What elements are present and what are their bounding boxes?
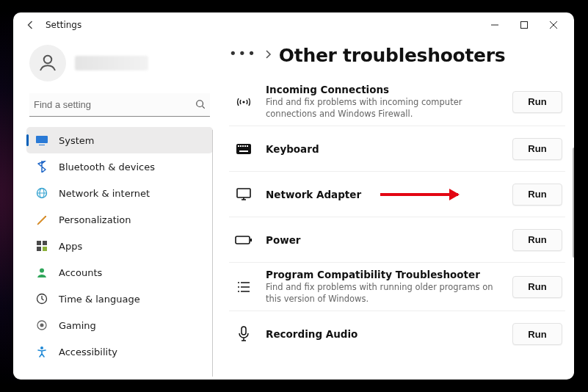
search-input[interactable] xyxy=(29,93,210,117)
svg-rect-25 xyxy=(236,236,250,244)
search-field-wrap xyxy=(29,93,210,117)
sidebar-item-label: System xyxy=(59,135,94,146)
sidebar-item-personalization[interactable]: Personalization xyxy=(26,206,213,233)
close-button[interactable] xyxy=(539,15,568,35)
accessibility-icon xyxy=(35,345,48,358)
svg-rect-23 xyxy=(239,150,248,152)
sidebar-item-network[interactable]: Network & internet xyxy=(26,180,213,206)
search-icon xyxy=(195,99,206,112)
globe-icon xyxy=(35,186,48,200)
troubleshooter-keyboard: Keyboard Run xyxy=(229,126,565,172)
nav-divider xyxy=(212,130,213,377)
breadcrumb: ••• Other troubleshooters xyxy=(229,45,565,66)
breadcrumb-overflow[interactable]: ••• xyxy=(229,47,257,65)
run-button[interactable]: Run xyxy=(512,184,562,206)
svg-point-15 xyxy=(40,346,43,349)
sidebar-item-label: Gaming xyxy=(59,320,96,331)
close-icon xyxy=(549,21,558,29)
sidebar-item-label: Apps xyxy=(59,241,82,252)
sidebar-item-bluetooth[interactable]: Bluetooth & devices xyxy=(26,153,213,180)
battery-icon xyxy=(233,230,254,250)
troubleshooter-list: Incoming Connections Find and fix proble… xyxy=(229,78,565,357)
svg-rect-24 xyxy=(237,189,250,197)
profile-block[interactable] xyxy=(26,40,213,93)
clock-icon xyxy=(35,292,48,305)
broadcast-icon xyxy=(233,92,254,112)
troubleshooter-network-adapter: Network Adapter Run xyxy=(229,172,565,217)
sidebar-item-accounts[interactable]: Accounts xyxy=(26,259,213,286)
titlebar: Settings xyxy=(13,12,574,37)
svg-rect-10 xyxy=(43,247,47,251)
svg-point-11 xyxy=(40,269,44,273)
run-button[interactable]: Run xyxy=(512,138,562,160)
troubleshooter-title: Program Compatibility Troubleshooter xyxy=(266,269,493,280)
svg-point-1 xyxy=(44,56,52,64)
person-icon xyxy=(37,52,59,74)
svg-rect-8 xyxy=(43,241,47,245)
monitor-icon xyxy=(233,184,254,205)
sidebar-item-apps[interactable]: Apps xyxy=(26,233,213,259)
troubleshooter-program-compatibility: Program Compatibility Troubleshooter Fin… xyxy=(229,263,565,311)
gaming-icon xyxy=(35,319,48,332)
bluetooth-icon xyxy=(35,160,48,173)
minimize-icon xyxy=(490,21,499,29)
sidebar-item-accessibility[interactable]: Accessibility xyxy=(26,338,213,365)
troubleshooter-incoming-connections: Incoming Connections Find and fix proble… xyxy=(229,78,565,126)
sidebar-item-label: Network & internet xyxy=(59,188,150,199)
page-title: Other troubleshooters xyxy=(279,45,506,66)
svg-point-2 xyxy=(197,101,203,107)
nav-list: System Bluetooth & devices Network & int… xyxy=(26,127,213,365)
svg-point-16 xyxy=(242,101,244,103)
sidebar-item-time[interactable]: Time & language xyxy=(26,286,213,312)
system-icon xyxy=(35,134,48,147)
troubleshooter-title: Incoming Connections xyxy=(266,84,493,95)
troubleshooter-recording-audio: Recording Audio Run xyxy=(229,311,565,357)
svg-rect-0 xyxy=(521,22,528,29)
troubleshooter-desc: Find and fix problems with running older… xyxy=(266,282,493,305)
nav-wrap: System Bluetooth & devices Network & int… xyxy=(26,127,213,380)
profile-name-redacted xyxy=(75,56,148,70)
arrow-left-icon xyxy=(25,19,37,31)
main-pane: ••• Other troubleshooters Incoming Conne… xyxy=(216,37,574,380)
sidebar-item-label: Personalization xyxy=(59,214,131,225)
keyboard-icon xyxy=(233,139,254,159)
sidebar: System Bluetooth & devices Network & int… xyxy=(13,37,216,380)
svg-rect-3 xyxy=(36,136,48,143)
run-button[interactable]: Run xyxy=(512,91,562,113)
settings-window: Settings xyxy=(13,12,574,380)
apps-icon xyxy=(35,239,48,253)
svg-rect-19 xyxy=(240,145,242,147)
svg-rect-18 xyxy=(238,145,239,147)
svg-point-14 xyxy=(40,324,44,327)
back-button[interactable] xyxy=(21,15,41,35)
checklist-icon xyxy=(233,277,254,297)
troubleshooter-power: Power Run xyxy=(229,217,565,263)
run-button[interactable]: Run xyxy=(512,229,562,251)
run-button[interactable]: Run xyxy=(512,323,562,345)
svg-rect-9 xyxy=(37,247,41,251)
svg-rect-7 xyxy=(37,241,41,245)
paint-icon xyxy=(35,213,48,226)
troubleshooter-title: Power xyxy=(266,234,493,246)
svg-rect-22 xyxy=(247,145,248,147)
svg-rect-20 xyxy=(242,145,244,147)
sidebar-item-label: Accounts xyxy=(59,267,102,278)
run-button[interactable]: Run xyxy=(512,276,562,298)
app-title: Settings xyxy=(46,20,81,30)
microphone-icon xyxy=(233,324,254,344)
svg-rect-26 xyxy=(250,239,252,242)
troubleshooter-title: Keyboard xyxy=(266,143,493,155)
svg-rect-4 xyxy=(39,145,45,145)
svg-rect-27 xyxy=(242,327,246,335)
accounts-icon xyxy=(35,266,48,279)
troubleshooter-desc: Find and fix problems with incoming comp… xyxy=(266,97,493,120)
maximize-button[interactable] xyxy=(509,15,539,35)
sidebar-item-label: Time & language xyxy=(59,294,140,305)
content: System Bluetooth & devices Network & int… xyxy=(13,37,574,380)
sidebar-item-label: Bluetooth & devices xyxy=(59,161,155,173)
scrollbar[interactable] xyxy=(573,148,574,258)
troubleshooter-title: Recording Audio xyxy=(266,328,493,340)
sidebar-item-gaming[interactable]: Gaming xyxy=(26,312,213,338)
sidebar-item-system[interactable]: System xyxy=(26,127,213,153)
minimize-button[interactable] xyxy=(480,15,509,35)
